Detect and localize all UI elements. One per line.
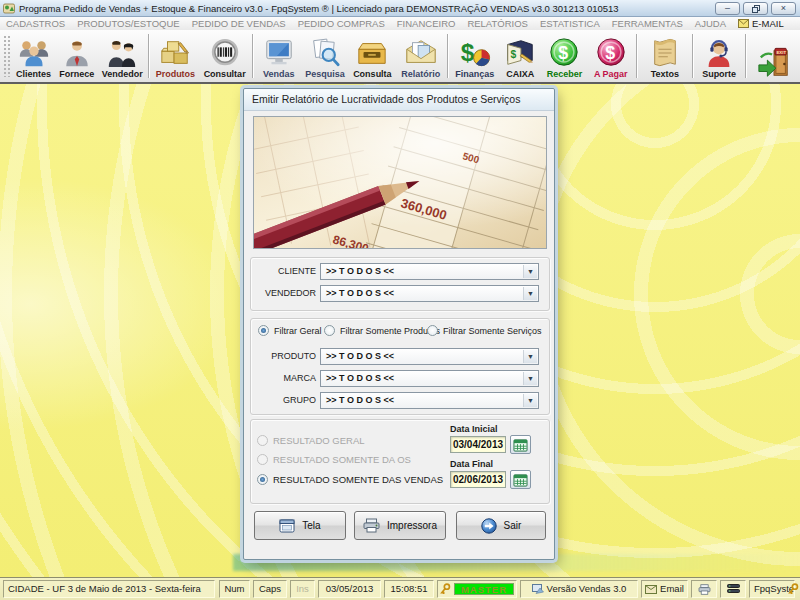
impressora-button[interactable]: Impressora	[354, 511, 446, 540]
status-email-label: Email	[660, 581, 684, 597]
close-glyph: ×	[781, 4, 786, 13]
dialog-titlebar[interactable]: Emitir Relatório de Lucratividade dos Pr…	[244, 89, 554, 111]
data-final-calendar-button[interactable]	[510, 470, 531, 489]
radio-label: Filtrar Geral	[274, 326, 322, 336]
network-icon	[727, 584, 740, 594]
toolbar-separator	[743, 30, 749, 82]
toolbar-item-relatorio[interactable]: Relatório	[396, 30, 445, 82]
status-network-button[interactable]	[720, 580, 746, 598]
toolbar-item-label: Clientes	[16, 69, 51, 80]
chevron-down-icon[interactable]: ▼	[523, 265, 537, 278]
produto-dropdown[interactable]: >> T O D O S << ▼	[320, 348, 539, 365]
key-icon	[788, 583, 799, 595]
chevron-down-icon[interactable]: ▼	[523, 372, 537, 385]
toolbar-separator	[250, 30, 256, 82]
window-title: Programa Pedido de Vendas + Estoque & Fi…	[19, 3, 619, 14]
seller-icon	[105, 32, 139, 69]
radio-dot	[427, 325, 438, 336]
chevron-down-icon[interactable]: ▼	[523, 394, 537, 407]
radio-resultado-geral[interactable]: RESULTADO GERAL	[257, 435, 365, 446]
vendedor-value: >> T O D O S <<	[326, 288, 394, 298]
tela-button[interactable]: Tela	[254, 511, 346, 540]
marca-dropdown[interactable]: >> T O D O S << ▼	[320, 370, 539, 387]
toolbar-item-fornece[interactable]: Fornece	[55, 30, 98, 82]
data-inicial-field[interactable]: 03/04/2013	[450, 436, 506, 453]
restore-button[interactable]	[743, 2, 768, 15]
radio-filtrar-somente-produtos[interactable]: Filtrar Somente Produtos	[324, 325, 440, 336]
toolbar-item-consulta[interactable]: Consulta	[349, 30, 396, 82]
chevron-down-icon[interactable]: ▼	[523, 350, 537, 363]
data-final-field[interactable]: 02/06/2013	[450, 471, 506, 488]
toolbar-item-a-pagar[interactable]: $ A Pagar	[587, 30, 634, 82]
vendedor-label: VENDEDOR	[248, 285, 316, 302]
toolbar-item-pesquisa[interactable]: Pesquisa	[301, 30, 348, 82]
toolbar-item-label: Finanças	[455, 69, 494, 80]
toolbar-item-clientes[interactable]: Clientes	[12, 30, 55, 82]
radio-resultado-somente-vendas[interactable]: RESULTADO SOMENTE DAS VENDAS	[257, 474, 443, 485]
supplier-icon	[61, 32, 93, 69]
minimize-button[interactable]: –	[715, 2, 740, 15]
radio-resultado-somente-os[interactable]: RESULTADO SOMENTE DA OS	[257, 454, 411, 465]
toolbar-item-produtos[interactable]: Produtos	[152, 30, 199, 82]
printer-icon	[698, 584, 711, 595]
toolbar-item-label: Consulta	[353, 69, 392, 80]
restore-icon	[752, 5, 760, 13]
cliente-dropdown[interactable]: >> T O D O S << ▼	[320, 263, 539, 280]
menu-ferramentas[interactable]: FERRAMENTAS	[606, 18, 689, 29]
version-icon	[532, 584, 544, 594]
toolbar-item-vendas[interactable]: Vendas	[256, 30, 301, 82]
sair-button-label: Sair	[504, 520, 522, 531]
toolbar-grip[interactable]	[3, 35, 12, 77]
cashbook-icon: $	[503, 32, 537, 69]
toolbar-item-exit[interactable]: EXIT	[749, 30, 800, 82]
menu-pedido-vendas[interactable]: PEDIDO DE VENDAS	[186, 18, 292, 29]
radio-dot	[257, 435, 268, 446]
data-inicial-calendar-button[interactable]	[510, 435, 531, 454]
menu-financeiro[interactable]: FINANCEIRO	[391, 18, 462, 29]
toolbar-item-suporte[interactable]: Suporte	[696, 30, 743, 82]
radio-dot	[258, 325, 269, 336]
exit-door-icon: EXIT	[755, 43, 793, 80]
status-email-button[interactable]: Email	[641, 580, 688, 598]
status-version-panel: Versão Vendas 3.0	[520, 580, 638, 598]
toolbar-item-receber[interactable]: $ Receber	[542, 30, 587, 82]
menu-pedido-compras[interactable]: PEDIDO COMPRAS	[292, 18, 391, 29]
radio-dot	[257, 454, 268, 465]
support-icon	[702, 32, 736, 69]
vendedor-dropdown[interactable]: >> T O D O S << ▼	[320, 285, 539, 302]
chevron-down-icon[interactable]: ▼	[523, 287, 537, 300]
report-icon	[404, 32, 438, 69]
menu-email[interactable]: E-MAIL	[732, 18, 790, 29]
toolbar-item-vendedor[interactable]: Vendedor	[99, 30, 146, 82]
toolbar-item-caixa[interactable]: $ CAIXA	[498, 30, 541, 82]
toolbar-item-label: CAIXA	[506, 69, 534, 80]
barcode-icon	[208, 32, 242, 69]
radio-filtrar-geral[interactable]: Filtrar Geral	[258, 325, 322, 336]
menu-estatistica[interactable]: ESTATISTICA	[534, 18, 606, 29]
toolbar-item-financas[interactable]: $ Finanças	[451, 30, 498, 82]
grupo-dropdown[interactable]: >> T O D O S << ▼	[320, 392, 539, 409]
radio-label: Filtrar Somente Serviços	[443, 326, 542, 336]
menu-cadastros[interactable]: CADASTROS	[0, 18, 71, 29]
close-button[interactable]: ×	[771, 2, 796, 15]
status-bar: CIDADE - UF 3 de Maio de 2013 - Sexta-fe…	[0, 577, 800, 600]
menu-email-label: E-MAIL	[752, 18, 784, 29]
menu-produtos-estoque[interactable]: PRODUTOS/ESTOQUE	[71, 18, 186, 29]
sair-button[interactable]: Sair	[456, 511, 546, 540]
status-user-panel: MASTER	[437, 580, 517, 598]
status-user-badge: MASTER	[454, 583, 514, 595]
toolbar-item-textos[interactable]: Textos	[640, 30, 689, 82]
window-titlebar[interactable]: Programa Pedido de Vendas + Estoque & Fi…	[0, 0, 800, 17]
toolbar-item-label: Pesquisa	[305, 69, 345, 80]
menu-ajuda[interactable]: AJUDA	[689, 18, 732, 29]
radio-filtrar-somente-servicos[interactable]: Filtrar Somente Serviços	[427, 325, 542, 336]
toolbar-item-label: Receber	[547, 69, 583, 80]
toolbar-item-consultar[interactable]: Consultar	[199, 30, 250, 82]
grupo-label: GRUPO	[248, 392, 316, 409]
toolbar-separator	[146, 30, 152, 82]
menu-relatorios[interactable]: RELATÓRIOS	[461, 18, 534, 29]
status-printer-button[interactable]	[691, 580, 717, 598]
toolbar-item-label: Fornece	[59, 69, 94, 80]
clients-icon	[17, 32, 51, 69]
toolbar-item-label: Consultar	[204, 69, 246, 80]
